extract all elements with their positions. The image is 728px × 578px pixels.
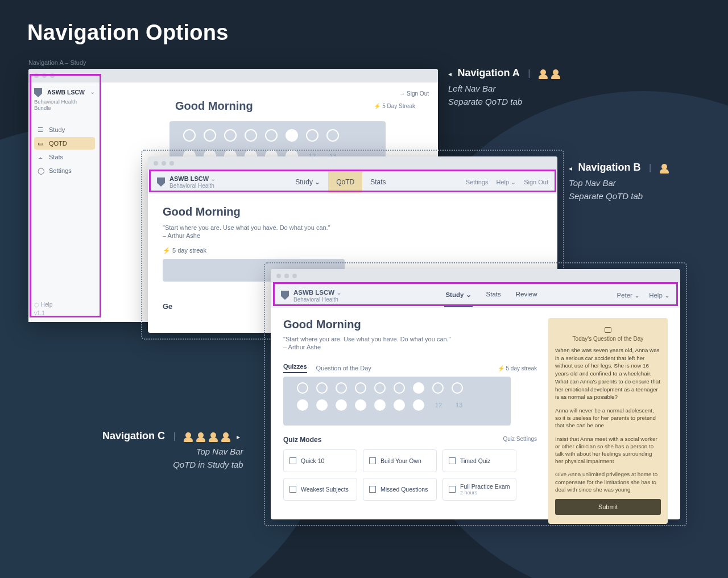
qotd-question: When she was seven years old, Anna was i… xyxy=(555,346,661,401)
quote: "Start where you are. Use what you have.… xyxy=(163,224,543,231)
shield-icon xyxy=(281,291,289,300)
product-subtitle: Behavioral Health xyxy=(169,183,216,189)
top-nav-bar: ASWB LSCW ⌄ Behavioral Health Study ⌄ Qo… xyxy=(148,170,557,194)
quote-author: – Arthur Ashe xyxy=(163,232,543,239)
user-menu[interactable]: Peter ⌄ xyxy=(617,291,640,299)
chevron-down-icon[interactable]: ⌄ xyxy=(90,88,95,96)
person-icon xyxy=(539,69,548,79)
qotd-panel: Today's Question of the Day When she was… xyxy=(548,318,668,524)
quote: "Start where you are. Use what you have.… xyxy=(283,336,537,342)
tab-study[interactable]: Study ⌄ xyxy=(287,171,328,193)
subtab-qotd[interactable]: Question of the Day xyxy=(316,365,371,371)
greeting: Good Morning xyxy=(163,205,543,218)
person-icon xyxy=(660,164,669,173)
callout-nav-b: ◂ Navigation B | Top Nav BarSeparate QoT… xyxy=(569,162,669,203)
list-icon xyxy=(449,486,456,493)
greeting: Good Morning xyxy=(175,100,253,113)
streak-label: 5 day streak xyxy=(163,247,543,254)
greeting: Good Morning xyxy=(283,318,537,331)
top-nav-bar: ASWB LSCW ⌄ Behavioral Health Study ⌄ St… xyxy=(271,283,680,308)
person-icon xyxy=(196,432,205,441)
window-titlebar xyxy=(28,69,438,82)
chevron-down-icon: ⌄ xyxy=(466,291,471,298)
triangle-left-icon: ◂ xyxy=(448,70,452,78)
target-icon xyxy=(289,486,296,493)
tab-study[interactable]: Study ⌄ xyxy=(444,283,472,307)
tab-stats[interactable]: Stats xyxy=(362,171,394,193)
page-title: Navigation Options xyxy=(27,20,229,45)
sidebar-item-stats[interactable]: ⫠Stats xyxy=(34,151,95,163)
shield-icon xyxy=(34,88,42,97)
window-nav-c: ASWB LSCW ⌄ Behavioral Health Study ⌄ St… xyxy=(271,269,680,519)
list-icon: ☰ xyxy=(38,126,44,133)
submit-button[interactable]: Submit xyxy=(555,499,661,515)
version-label: v1.1 xyxy=(34,310,52,316)
tab-stats[interactable]: Stats xyxy=(485,283,502,307)
person-icon xyxy=(551,69,560,79)
triangle-left-icon: ◂ xyxy=(569,164,572,172)
quote-author: – Arthur Ashe xyxy=(283,344,537,350)
sidebar: ASWB LSCW ⌄ Behavioral Health Bundle ☰St… xyxy=(28,82,101,322)
person-icon xyxy=(209,432,218,441)
chart-icon: ⫠ xyxy=(38,154,44,160)
person-icon xyxy=(184,432,193,441)
sidebar-item-qotd[interactable]: ▭QOTD xyxy=(34,137,95,150)
product-title: ASWB LSCW xyxy=(47,89,85,96)
chevron-down-icon[interactable]: ⌄ xyxy=(210,175,216,182)
main-content: Good Morning "Start where you are. Use w… xyxy=(283,318,537,524)
help-link[interactable]: Help ⌄ xyxy=(496,179,516,186)
sidebar-item-settings[interactable]: ◯Settings xyxy=(34,164,95,177)
calendar-icon xyxy=(605,327,611,333)
help-menu[interactable]: Help ⌄ xyxy=(649,291,670,299)
expand-icon xyxy=(289,457,296,464)
window-caption: Navigation A – Study xyxy=(28,59,86,66)
chevron-down-icon[interactable]: ⌄ xyxy=(336,289,342,296)
person-icon xyxy=(221,432,230,441)
product-subtitle: Behavioral Health Bundle xyxy=(34,98,95,111)
tab-qotd[interactable]: QoTD xyxy=(328,171,362,193)
qotd-option[interactable]: Give Anna unlimited privileges at home t… xyxy=(555,470,661,493)
sidebar-help[interactable]: ◌ Help xyxy=(34,302,52,308)
timer-icon xyxy=(449,457,456,464)
product-title[interactable]: ASWB LSCW xyxy=(169,175,209,182)
subtab-quizzes[interactable]: Quizzes xyxy=(283,363,307,373)
quiz-settings-link[interactable]: Quiz Settings xyxy=(503,436,537,444)
streak-label: 5 Day Streak xyxy=(374,103,415,109)
calendar-icon: ▭ xyxy=(38,140,44,147)
product-title[interactable]: ASWB LSCW xyxy=(293,289,334,296)
callout-nav-a: ◂ Navigation A | Left Nav BarSeparate Qo… xyxy=(448,67,560,108)
chevron-down-icon: ⌄ xyxy=(315,178,320,186)
callout-nav-c: Navigation C | ▸ Top Nav BarQoTD in Stud… xyxy=(102,430,243,471)
quiz-card-quick10[interactable]: Quick 10 xyxy=(283,449,357,472)
window-titlebar xyxy=(148,156,557,170)
sidebar-item-study[interactable]: ☰Study xyxy=(34,123,95,136)
signout-link[interactable]: Sign Out xyxy=(399,90,429,97)
qotd-option[interactable]: Insist that Anna meet with a social work… xyxy=(555,435,661,465)
streak-label: 5 day streak xyxy=(498,365,537,371)
qotd-header: Today's Question of the Day xyxy=(573,336,644,342)
flag-icon xyxy=(369,486,376,493)
tab-review[interactable]: Review xyxy=(515,283,539,307)
quiz-card-build[interactable]: Build Your Own xyxy=(363,449,437,472)
edit-icon xyxy=(369,457,376,464)
person-icon: ◯ xyxy=(38,167,44,174)
product-subtitle: Behavioral Health xyxy=(293,296,342,303)
quiz-modes-heading: Quiz Modes xyxy=(283,436,321,444)
qotd-option[interactable]: Anna will never be a normal adolescent, … xyxy=(555,407,661,430)
signout-link[interactable]: Sign Out xyxy=(524,179,548,186)
quiz-card-timed[interactable]: Timed Quiz xyxy=(442,449,516,472)
quiz-card-practice[interactable]: Full Practice Exam2 hours xyxy=(442,478,516,501)
window-titlebar xyxy=(271,269,680,283)
quiz-card-weakest[interactable]: Weakest Subjects xyxy=(283,478,357,501)
shield-icon xyxy=(157,177,165,187)
settings-link[interactable]: Settings xyxy=(466,179,489,186)
quiz-card-missed[interactable]: Missed Questions xyxy=(363,478,437,501)
triangle-right-icon: ▸ xyxy=(237,433,240,441)
help-icon: ◌ xyxy=(34,302,39,308)
streak-card: 1213 xyxy=(283,377,511,426)
